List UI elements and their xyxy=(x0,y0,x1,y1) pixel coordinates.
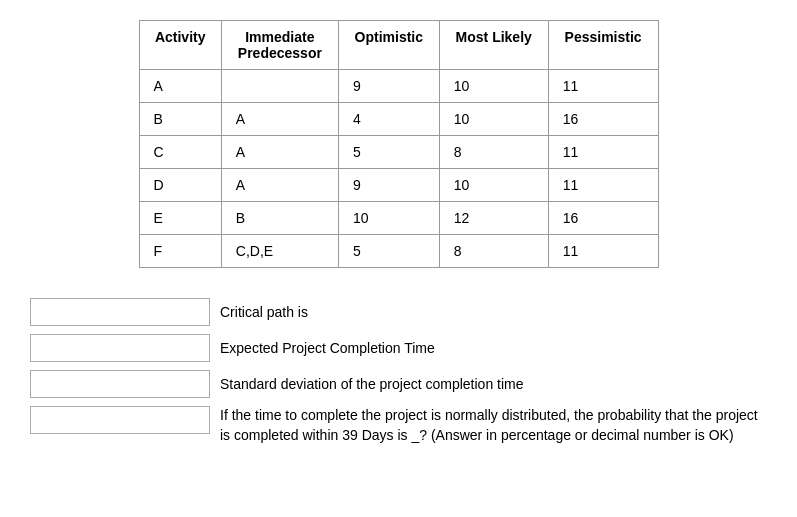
cell-pessimistic: 16 xyxy=(548,103,658,136)
cell-predecessor: A xyxy=(221,169,338,202)
table-row: A91011 xyxy=(139,70,658,103)
col-header-pessimistic: Pessimistic xyxy=(548,21,658,70)
cell-activity: B xyxy=(139,103,221,136)
cell-optimistic: 9 xyxy=(338,169,439,202)
cell-optimistic: 9 xyxy=(338,70,439,103)
activity-table-wrapper: Activity ImmediatePredecessor Optimistic… xyxy=(30,20,767,268)
activity-table: Activity ImmediatePredecessor Optimistic… xyxy=(139,20,659,268)
input-row-1: Expected Project Completion Time xyxy=(30,334,767,362)
last-input-row: If the time to complete the project is n… xyxy=(30,406,767,445)
table-row: DA91011 xyxy=(139,169,658,202)
answer-input-1[interactable] xyxy=(30,334,210,362)
input-row-0: Critical path is xyxy=(30,298,767,326)
input-row-2: Standard deviation of the project comple… xyxy=(30,370,767,398)
table-row: FC,D,E5811 xyxy=(139,235,658,268)
cell-predecessor: B xyxy=(221,202,338,235)
cell-most_likely: 10 xyxy=(439,103,548,136)
answer-input-2[interactable] xyxy=(30,370,210,398)
cell-optimistic: 10 xyxy=(338,202,439,235)
cell-most_likely: 8 xyxy=(439,136,548,169)
table-row: BA41016 xyxy=(139,103,658,136)
table-row: CA5811 xyxy=(139,136,658,169)
cell-activity: A xyxy=(139,70,221,103)
cell-activity: C xyxy=(139,136,221,169)
cell-optimistic: 5 xyxy=(338,235,439,268)
input-label-2: Standard deviation of the project comple… xyxy=(220,370,524,398)
cell-pessimistic: 11 xyxy=(548,235,658,268)
cell-pessimistic: 11 xyxy=(548,70,658,103)
cell-activity: E xyxy=(139,202,221,235)
cell-pessimistic: 11 xyxy=(548,169,658,202)
cell-optimistic: 5 xyxy=(338,136,439,169)
cell-most_likely: 10 xyxy=(439,169,548,202)
cell-most_likely: 12 xyxy=(439,202,548,235)
table-row: EB101216 xyxy=(139,202,658,235)
input-label-0: Critical path is xyxy=(220,298,308,326)
cell-most_likely: 10 xyxy=(439,70,548,103)
cell-most_likely: 8 xyxy=(439,235,548,268)
cell-predecessor xyxy=(221,70,338,103)
answer-input-3[interactable] xyxy=(30,406,210,434)
input-label-1: Expected Project Completion Time xyxy=(220,334,435,362)
col-header-activity: Activity xyxy=(139,21,221,70)
cell-pessimistic: 16 xyxy=(548,202,658,235)
answer-input-0[interactable] xyxy=(30,298,210,326)
cell-predecessor: C,D,E xyxy=(221,235,338,268)
col-header-predecessor: ImmediatePredecessor xyxy=(221,21,338,70)
last-input-label: If the time to complete the project is n… xyxy=(220,406,767,445)
col-header-most-likely: Most Likely xyxy=(439,21,548,70)
cell-activity: D xyxy=(139,169,221,202)
col-header-optimistic: Optimistic xyxy=(338,21,439,70)
cell-optimistic: 4 xyxy=(338,103,439,136)
cell-predecessor: A xyxy=(221,103,338,136)
cell-activity: F xyxy=(139,235,221,268)
cell-pessimistic: 11 xyxy=(548,136,658,169)
cell-predecessor: A xyxy=(221,136,338,169)
